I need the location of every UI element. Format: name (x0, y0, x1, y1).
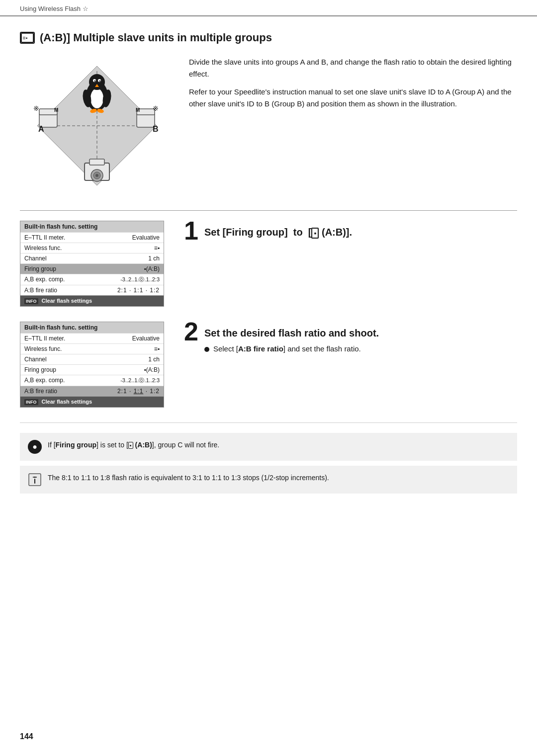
info-badge: INFO (24, 298, 38, 304)
header-text: Using Wireless Flash (20, 5, 81, 12)
step1-title: Set [Firing group] to [▪ (A:B)]. (204, 221, 352, 239)
svg-text:※: ※ (33, 104, 39, 112)
svg-text:A: A (38, 125, 44, 133)
step2-flash-box: Built-in flash func. setting E–TTL II me… (20, 322, 174, 408)
step1-flash-box: Built-in flash func. setting E–TTL II me… (20, 221, 174, 307)
step1-number: 1 (184, 218, 198, 244)
flash-box-1: Built-in flash func. setting E–TTL II me… (20, 221, 164, 307)
flash2-row-fireratio: A:B fire ratio2:1 · 1:1 · 1:2 (20, 386, 164, 396)
flash-box1-footer: INFO Clear flash settings (20, 295, 164, 306)
step1-to-word: to (293, 227, 303, 238)
flash-row-expcomp: A,B exp. comp.-3..2..1.⓪.1..2:3 (20, 274, 164, 285)
svg-rect-21 (137, 113, 155, 127)
flash-row-ettl: E–TTL II meter.Evaluative (20, 232, 164, 243)
page-number: 144 (20, 732, 33, 741)
description-p2: Refer to your Speedlite's instruction ma… (189, 86, 517, 110)
step1-section: Built-in flash func. setting E–TTL II me… (20, 221, 517, 307)
description-col: Divide the slave units into groups A and… (189, 56, 517, 195)
step2-description: 2 Set the desired flash ratio and shoot.… (174, 322, 517, 408)
flash2-row-expcomp: A,B exp. comp.-3..2..1.⓪.1..2:3 (20, 375, 164, 386)
description-p1: Divide the slave units into groups A and… (189, 56, 517, 80)
section-title-text: (A:B)] Multiple slave units in multiple … (40, 31, 272, 44)
step2-title: Set the desired flash ratio and shoot. (204, 322, 379, 339)
flash-row-fireratio: A:B fire ratio2:1 · 1:1 · 1:2 (20, 285, 164, 295)
svg-point-6 (90, 88, 103, 108)
svg-text:≡▪: ≡▪ (23, 35, 28, 41)
info-badge-2: INFO (24, 399, 38, 405)
flash2-row-firinggroup: Firing group▪(A:B) (20, 364, 164, 375)
svg-text:M: M (136, 107, 140, 113)
header-star: ☆ (83, 5, 89, 12)
svg-rect-26 (90, 159, 104, 165)
separator (20, 210, 517, 211)
svg-point-11 (99, 81, 101, 82)
note-warning: ● If [Firing group] is set to [▪ (A:B)],… (20, 433, 517, 461)
ab-icon: ≡▪ (20, 32, 35, 44)
section-title: ≡▪ (A:B)] Multiple slave units in multip… (20, 31, 517, 44)
svg-point-29 (95, 174, 98, 177)
flash-box1-header: Built-in flash func. setting (20, 221, 164, 232)
svg-point-7 (89, 74, 105, 90)
flash-row-wireless: Wireless func.≡▪ (20, 243, 164, 253)
bullet-dot (204, 347, 209, 352)
flash2-row-channel: Channel1 ch (20, 354, 164, 364)
note-warning-text: If [Firing group] is set to [▪ (A:B)], g… (48, 440, 219, 450)
diagram-col: ※ M ※ M (20, 56, 174, 195)
top-section: ※ M ※ M (20, 56, 517, 195)
flash2-row-ettl: E–TTL II meter.Evaluative (20, 333, 164, 343)
flash-box2-header: Built-in flash func. setting (20, 322, 164, 333)
flash2-row-wireless: Wireless func.≡▪ (20, 343, 164, 354)
warning-icon: ● (28, 440, 42, 454)
diagram: ※ M ※ M (27, 56, 167, 195)
flash-row-channel: Channel1 ch (20, 253, 164, 263)
flash-box2-footer: INFO Clear flash settings (20, 396, 164, 407)
step2-number: 2 (184, 319, 198, 344)
svg-text:※: ※ (153, 104, 159, 112)
note-info-text: The 8:1 to 1:1 to 1:8 flash ratio is equ… (48, 473, 329, 483)
flash-box-2: Built-in flash func. setting E–TTL II me… (20, 322, 164, 408)
step2-bullet: Select [A:B fire ratio] and set the flas… (204, 344, 379, 353)
flash-row-firinggroup: Firing group▪(A:B) (20, 263, 164, 274)
svg-point-10 (94, 81, 96, 82)
step2-section: Built-in flash func. setting E–TTL II me… (20, 322, 517, 408)
svg-text:B: B (153, 125, 159, 133)
svg-text:M: M (54, 107, 58, 113)
info-icon (28, 473, 42, 487)
page-header: Using Wireless Flash ☆ (0, 0, 537, 16)
step1-description: 1 Set [Firing group] to [▪ (A:B)]. (174, 221, 517, 307)
note-info: The 8:1 to 1:1 to 1:8 flash ratio is equ… (20, 466, 517, 494)
step2-bullet-text: Select [A:B fire ratio] and set the flas… (213, 344, 361, 353)
notes-section: ● If [Firing group] is set to [▪ (A:B)],… (20, 422, 517, 494)
